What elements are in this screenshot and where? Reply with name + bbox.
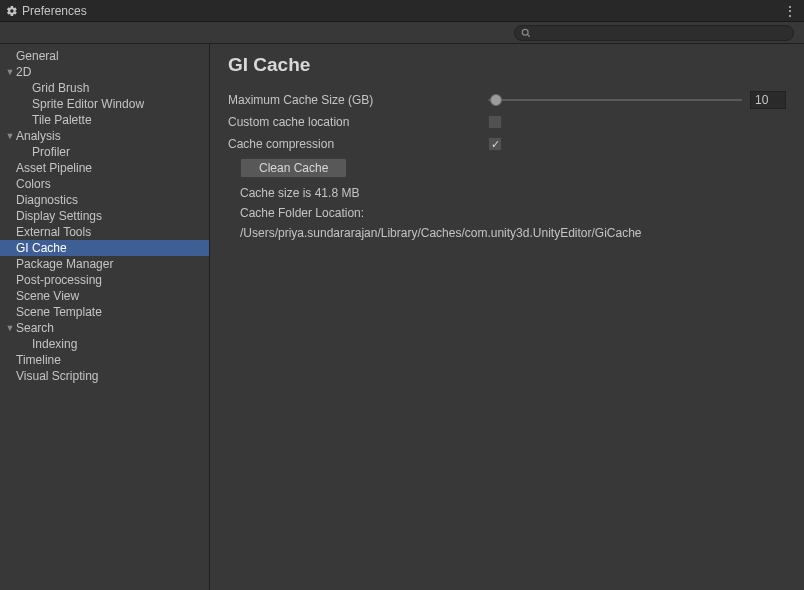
sidebar-item-asset-pipeline[interactable]: Asset Pipeline xyxy=(0,160,209,176)
custom-location-row: Custom cache location xyxy=(228,112,786,132)
sidebar-item-post-processing[interactable]: Post-processing xyxy=(0,272,209,288)
sidebar-item-label: 2D xyxy=(16,65,31,79)
sidebar-item-label: Profiler xyxy=(32,145,70,159)
sidebar-item-label: Package Manager xyxy=(16,257,113,271)
sidebar-item-label: Search xyxy=(16,321,54,335)
sidebar-item-label: Diagnostics xyxy=(16,193,78,207)
max-cache-field[interactable] xyxy=(750,91,786,109)
chevron-down-icon[interactable]: ▼ xyxy=(4,67,16,77)
chevron-down-icon[interactable]: ▼ xyxy=(4,131,16,141)
compression-label: Cache compression xyxy=(228,137,488,151)
sidebar-item-gi-cache[interactable]: GI Cache xyxy=(0,240,209,256)
main-panel: GI Cache Maximum Cache Size (GB) Custom … xyxy=(210,44,804,590)
kebab-menu-icon[interactable]: ⋮ xyxy=(783,3,798,19)
cache-size-text: Cache size is 41.8 MB xyxy=(240,184,786,202)
search-input-wrap[interactable] xyxy=(514,25,794,41)
window-title: Preferences xyxy=(22,4,87,18)
sidebar-item-label: Colors xyxy=(16,177,51,191)
sidebar-item-label: Display Settings xyxy=(16,209,102,223)
sidebar-item-display-settings[interactable]: Display Settings xyxy=(0,208,209,224)
custom-location-checkbox[interactable] xyxy=(488,115,502,129)
sidebar-item-search[interactable]: ▼Search xyxy=(0,320,209,336)
sidebar-item-2d[interactable]: ▼2D xyxy=(0,64,209,80)
cache-folder-label: Cache Folder Location: xyxy=(240,204,786,222)
toolbar xyxy=(0,22,804,44)
titlebar: Preferences ⋮ xyxy=(0,0,804,22)
sidebar-item-sprite-editor-window[interactable]: Sprite Editor Window xyxy=(0,96,209,112)
sidebar-item-diagnostics[interactable]: Diagnostics xyxy=(0,192,209,208)
sidebar-item-label: Asset Pipeline xyxy=(16,161,92,175)
sidebar-item-label: General xyxy=(16,49,59,63)
compression-checkbox[interactable]: ✓ xyxy=(488,137,502,151)
sidebar-item-external-tools[interactable]: External Tools xyxy=(0,224,209,240)
sidebar-item-scene-view[interactable]: Scene View xyxy=(0,288,209,304)
sidebar-item-profiler[interactable]: Profiler xyxy=(0,144,209,160)
gear-icon xyxy=(6,5,18,17)
sidebar-item-label: Grid Brush xyxy=(32,81,89,95)
sidebar-item-label: Analysis xyxy=(16,129,61,143)
sidebar-item-label: Scene View xyxy=(16,289,79,303)
sidebar-item-timeline[interactable]: Timeline xyxy=(0,352,209,368)
sidebar: General▼2DGrid BrushSprite Editor Window… xyxy=(0,44,210,590)
sidebar-item-analysis[interactable]: ▼Analysis xyxy=(0,128,209,144)
sidebar-item-package-manager[interactable]: Package Manager xyxy=(0,256,209,272)
sidebar-item-grid-brush[interactable]: Grid Brush xyxy=(0,80,209,96)
sidebar-item-general[interactable]: General xyxy=(0,48,209,64)
page-title: GI Cache xyxy=(228,54,786,76)
sidebar-item-label: Tile Palette xyxy=(32,113,92,127)
svg-point-0 xyxy=(522,29,528,35)
sidebar-item-label: External Tools xyxy=(16,225,91,239)
cache-folder-path: /Users/priya.sundararajan/Library/Caches… xyxy=(240,224,786,242)
search-input[interactable] xyxy=(535,27,787,39)
sidebar-item-label: Sprite Editor Window xyxy=(32,97,144,111)
sidebar-item-visual-scripting[interactable]: Visual Scripting xyxy=(0,368,209,384)
max-cache-label: Maximum Cache Size (GB) xyxy=(228,93,488,107)
clean-cache-button[interactable]: Clean Cache xyxy=(240,158,347,178)
max-cache-row: Maximum Cache Size (GB) xyxy=(228,90,786,110)
sidebar-item-label: GI Cache xyxy=(16,241,67,255)
svg-line-1 xyxy=(527,34,530,37)
search-icon xyxy=(521,28,531,38)
sidebar-item-label: Visual Scripting xyxy=(16,369,99,383)
chevron-down-icon[interactable]: ▼ xyxy=(4,323,16,333)
slider-thumb[interactable] xyxy=(490,94,502,106)
custom-location-label: Custom cache location xyxy=(228,115,488,129)
sidebar-item-tile-palette[interactable]: Tile Palette xyxy=(0,112,209,128)
sidebar-item-label: Indexing xyxy=(32,337,77,351)
sidebar-item-indexing[interactable]: Indexing xyxy=(0,336,209,352)
sidebar-item-colors[interactable]: Colors xyxy=(0,176,209,192)
sidebar-item-label: Post-processing xyxy=(16,273,102,287)
sidebar-item-scene-template[interactable]: Scene Template xyxy=(0,304,209,320)
max-cache-slider[interactable] xyxy=(488,91,786,109)
sidebar-item-label: Timeline xyxy=(16,353,61,367)
slider-track[interactable] xyxy=(488,99,742,101)
compression-row: Cache compression ✓ xyxy=(228,134,786,154)
sidebar-item-label: Scene Template xyxy=(16,305,102,319)
